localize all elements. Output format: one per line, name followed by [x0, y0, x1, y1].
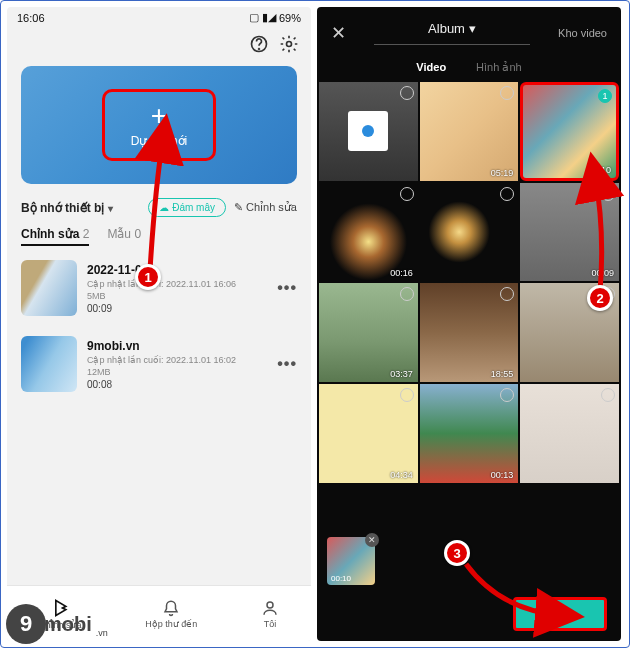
select-circle[interactable] [400, 287, 414, 301]
qr-icon [348, 111, 388, 151]
project-size: 12MB [87, 367, 267, 377]
close-icon[interactable]: ✕ [331, 22, 346, 44]
annotation-badge-2: 2 [587, 285, 613, 311]
chevron-down-icon: ▾ [469, 21, 476, 36]
chevron-down-icon: ▾ [108, 203, 113, 214]
svg-point-2 [287, 42, 292, 47]
stock-video-link[interactable]: Kho video [558, 27, 607, 39]
media-picker-screen: ✕ Album▾ Kho video Video Hình ảnh 05:19 … [317, 7, 621, 641]
select-badge[interactable]: 1 [598, 89, 612, 103]
editor-home-screen: 16:06 ▢ ▮◢ 69% + Dự án mới Bộ nhớ thiết … [7, 7, 311, 641]
more-icon[interactable]: ••• [277, 355, 297, 373]
select-circle[interactable] [500, 287, 514, 301]
tray-thumb[interactable]: ✕ 00:10 [327, 537, 375, 585]
help-icon[interactable] [249, 34, 269, 54]
media-cell[interactable] [420, 183, 519, 282]
pencil-icon: ✎ [234, 201, 243, 214]
annotation-arrow-1 [145, 130, 205, 284]
select-circle[interactable] [601, 388, 615, 402]
logo-circle: 9 [6, 604, 46, 644]
project-item[interactable]: 9mobi.vn Cập nhật lần cuối: 2022.11.01 1… [7, 326, 311, 402]
edit-link[interactable]: ✎Chỉnh sửa [234, 201, 297, 214]
media-cell[interactable] [520, 384, 619, 483]
storage-label[interactable]: Bộ nhớ thiết bị ▾ [21, 201, 140, 215]
select-circle[interactable] [400, 187, 414, 201]
album-dropdown[interactable]: Album▾ [374, 21, 530, 45]
logo-suffix: .vn [96, 628, 108, 638]
svg-point-1 [259, 49, 260, 50]
status-right: ▢ ▮◢ 69% [249, 11, 301, 24]
media-cell-selected[interactable]: 100:10 [520, 82, 619, 181]
tab-edit[interactable]: Chỉnh sửa 2 [21, 227, 89, 246]
project-size: 5MB [87, 291, 267, 301]
media-cell[interactable]: 04:34 [319, 384, 418, 483]
watermark-logo: 9 mobi .vn [6, 604, 108, 644]
plus-icon: + [151, 102, 167, 130]
media-cell[interactable]: 00:13 [420, 384, 519, 483]
tab-template[interactable]: Mẫu 0 [107, 227, 141, 246]
status-bar: 16:06 ▢ ▮◢ 69% [7, 7, 311, 28]
annotation-badge-1: 1 [135, 264, 161, 290]
lte-icon: ▢ [249, 11, 259, 24]
settings-icon[interactable] [279, 34, 299, 54]
picker-header: ✕ Album▾ Kho video [317, 7, 621, 53]
project-title: 9mobi.vn [87, 339, 267, 353]
select-circle[interactable] [400, 388, 414, 402]
remove-icon[interactable]: ✕ [365, 533, 379, 547]
battery-text: 69% [279, 12, 301, 24]
select-circle[interactable] [500, 388, 514, 402]
annotation-badge-3: 3 [444, 540, 470, 566]
project-sub: Cập nhật lần cuối: 2022.11.01 16:02 [87, 355, 267, 365]
select-circle[interactable] [500, 86, 514, 100]
logo-text: mobi [44, 613, 92, 636]
tab-video[interactable]: Video [416, 61, 446, 74]
media-tabs: Video Hình ảnh [317, 53, 621, 82]
media-cell[interactable]: 00:16 [319, 183, 418, 282]
svg-point-3 [267, 602, 273, 608]
annotation-arrow-2 [580, 170, 620, 304]
media-grid: 05:19 100:10 00:16 00:09 03:37 18:55 04:… [317, 82, 621, 483]
more-icon[interactable]: ••• [277, 279, 297, 297]
media-cell[interactable]: 18:55 [420, 283, 519, 382]
annotation-arrow-3 [460, 560, 570, 634]
nav-me[interactable]: Tôi [261, 599, 279, 629]
project-thumb [21, 336, 77, 392]
top-toolbar [7, 28, 311, 60]
signal-icon: ▮◢ [262, 11, 276, 24]
select-circle[interactable] [400, 86, 414, 100]
tray-dur: 00:10 [331, 574, 351, 583]
project-dur: 00:09 [87, 303, 267, 314]
tab-image[interactable]: Hình ảnh [476, 61, 522, 74]
project-dur: 00:08 [87, 379, 267, 390]
nav-inbox[interactable]: Hộp thư đến [145, 599, 197, 629]
project-thumb [21, 260, 77, 316]
media-cell[interactable] [319, 82, 418, 181]
media-cell[interactable]: 05:19 [420, 82, 519, 181]
select-circle[interactable] [500, 187, 514, 201]
status-time: 16:06 [17, 12, 45, 24]
media-cell[interactable]: 03:37 [319, 283, 418, 382]
